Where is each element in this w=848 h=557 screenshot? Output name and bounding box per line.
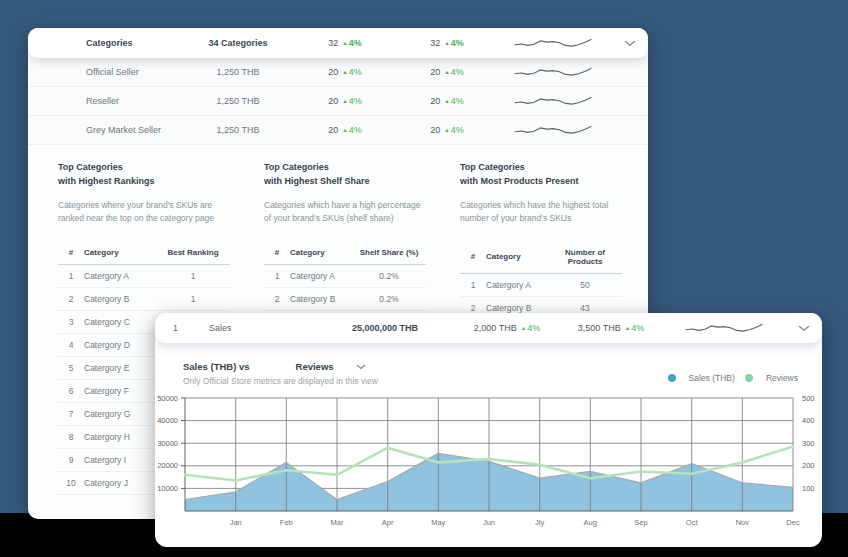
column-header: Best Ranking [156, 245, 230, 265]
metric-value: 2,000 THB [474, 323, 517, 333]
row-category: Catergory G [84, 402, 156, 425]
row-value: 1 [156, 287, 230, 310]
left-axis-tick: 30000 [157, 439, 178, 448]
sales-kpi-row[interactable]: 1 Sales 25,000,000 THB 2,000 THB▲4% 3,50… [155, 313, 822, 343]
chevron-down-icon[interactable] [785, 325, 822, 332]
row-rank: 5 [58, 356, 84, 379]
row-label: Official Seller [28, 67, 186, 77]
row-rank: 7 [58, 402, 84, 425]
sales-reviews-chart: 1000020000300004000050000100200300400500… [155, 392, 822, 544]
month-label: Apr [382, 518, 394, 527]
left-axis-tick: 20000 [157, 461, 178, 470]
change-badge: ▲4% [342, 67, 361, 77]
row-category: Catergory C [84, 310, 156, 333]
sparkline [494, 35, 612, 51]
section-title: Top Categorieswith Highest Rankings [58, 161, 230, 189]
chart-title-block: Sales (THB) vs Reviews Only Official Sto… [183, 361, 378, 386]
row-value: 0.2% [352, 287, 426, 310]
row-category: Catergory D [84, 333, 156, 356]
row-category: Catergory A [290, 264, 352, 287]
row-rank: 1 [58, 264, 84, 287]
table-row: 1 Catergory A 1 [58, 264, 230, 287]
legend-dot-sales-icon [668, 374, 676, 382]
row-metric-2: 20▲4% [400, 67, 494, 77]
legend-item-reviews[interactable]: Reviews [745, 373, 798, 383]
kpi-row-categories[interactable]: Categories 34 Categories 32▲4% 32▲4% [28, 28, 648, 58]
row-value: 1 [156, 264, 230, 287]
month-label: Jan [230, 518, 242, 527]
left-axis-tick: 10000 [157, 484, 178, 493]
change-badge: ▲4% [342, 96, 361, 106]
kpi-row-reseller[interactable]: Reseller 1,250 THB 20▲4% 20▲4% [28, 87, 648, 116]
kpi-row-grey-market-seller[interactable]: Grey Market Seller 1,250 THB 20▲4% 20▲4% [28, 116, 648, 145]
left-axis-tick: 50000 [157, 394, 178, 403]
kpi-row-official-seller[interactable]: Official Seller 1,250 THB 20▲4% 20▲4% [28, 58, 648, 87]
metric-value: 32 [430, 38, 440, 48]
metric-value: 20 [430, 125, 440, 135]
row-category: Catergory A [486, 273, 548, 296]
month-label: Feb [280, 518, 293, 527]
row-metric-2: 20▲4% [400, 96, 494, 106]
month-label: Nov [736, 518, 750, 527]
right-axis-tick: 300 [802, 439, 815, 448]
row-rank: 9 [58, 448, 84, 471]
column-header: # [460, 245, 486, 274]
chart-header: Sales (THB) vs Reviews Only Official Sto… [183, 361, 798, 386]
change-badge: ▲4% [342, 125, 361, 135]
legend-dot-reviews-icon [745, 374, 753, 382]
up-arrow-icon: ▲ [625, 325, 630, 331]
change-badge: ▲4% [625, 323, 644, 333]
up-arrow-icon: ▲ [444, 98, 449, 104]
row-rank: 8 [58, 425, 84, 448]
metric-dropdown-label: Reviews [296, 361, 334, 372]
row-metric-2: 3,500 THB▲4% [559, 323, 663, 333]
change-badge: ▲4% [444, 96, 463, 106]
row-rank: 10 [58, 471, 84, 494]
column-header: Number of Products [548, 245, 622, 274]
row-metric-1: 20▲4% [290, 67, 400, 77]
metric-value: 20 [328, 125, 338, 135]
row-label: Categories [28, 38, 186, 48]
metric-dropdown[interactable]: Reviews [296, 361, 366, 372]
change-badge: ▲4% [521, 323, 540, 333]
row-metric-1: 2,000 THB▲4% [455, 323, 559, 333]
chart-canvas: 1000020000300004000050000100200300400500… [155, 392, 822, 540]
up-arrow-icon: ▲ [342, 127, 347, 133]
chevron-down-icon[interactable] [612, 40, 648, 47]
legend-label: Sales (THB) [689, 373, 735, 383]
metric-value: 3,500 THB [578, 323, 621, 333]
change-badge: ▲4% [444, 125, 463, 135]
row-metric-1: 20▲4% [290, 125, 400, 135]
month-label: Dec [786, 518, 800, 527]
section-description: Categories which have a high percentage … [264, 199, 426, 231]
sales-detail-panel: 1 Sales 25,000,000 THB 2,000 THB▲4% 3,50… [155, 313, 822, 547]
row-value: 0.2% [352, 264, 426, 287]
sparkline [494, 93, 612, 109]
month-label: Jun [483, 518, 495, 527]
month-label: Jly [535, 518, 544, 527]
row-category: Catergory B [290, 287, 352, 310]
row-value: 1,250 THB [186, 96, 290, 106]
left-axis-tick: 40000 [157, 416, 178, 425]
change-badge: ▲4% [342, 38, 361, 48]
section-description: Categories which have the highest total … [460, 199, 622, 231]
sparkline [663, 320, 785, 336]
row-label: Sales [209, 323, 315, 333]
right-axis-tick: 400 [802, 416, 815, 425]
row-metric-1: 20▲4% [290, 96, 400, 106]
metric-value: 20 [430, 96, 440, 106]
row-metric-2: 20▲4% [400, 125, 494, 135]
column-header: Category [486, 245, 548, 274]
row-category: Catergory H [84, 425, 156, 448]
section-title: Top Categorieswith Most Products Present [460, 161, 622, 189]
kpi-row-list: Categories 34 Categories 32▲4% 32▲4% Off… [28, 28, 648, 145]
column-header: Category [84, 245, 156, 265]
section-description: Categories where your brand's SKUs are r… [58, 199, 230, 231]
row-rank: 2 [58, 287, 84, 310]
row-category: Catergory B [84, 287, 156, 310]
metric-value: 20 [430, 67, 440, 77]
up-arrow-icon: ▲ [342, 98, 347, 104]
legend-item-sales[interactable]: Sales (THB) [668, 373, 735, 383]
column-header: Shelf Share (%) [352, 245, 426, 265]
row-value: 34 Categories [186, 38, 290, 48]
